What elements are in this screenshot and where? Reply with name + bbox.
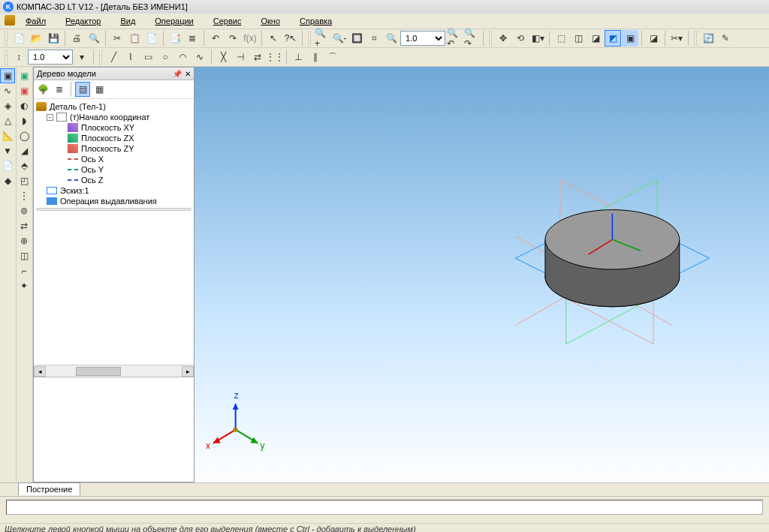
tree-sketch[interactable]: Эскиз:1 (36, 185, 191, 196)
tree-axis-z[interactable]: Ось Z (36, 175, 191, 185)
menu-service[interactable]: Сервис (204, 15, 251, 27)
zoom-fit-button[interactable]: 🔲 (348, 30, 365, 47)
scroll-left-icon[interactable]: ◂ (34, 366, 46, 377)
tree-root[interactable]: Деталь (Тел-1) (36, 101, 191, 112)
tree-plane-xy[interactable]: Плоскость XY (36, 122, 191, 133)
zoom-prev-button[interactable]: 🔍↶ (446, 30, 463, 47)
circle-tool[interactable]: ○ (157, 49, 173, 65)
pin-icon[interactable]: 📌 (173, 70, 182, 78)
grip[interactable] (693, 31, 698, 46)
tree-mode-2[interactable]: ≣ (52, 82, 67, 97)
copy-button[interactable]: 📋 (126, 30, 143, 47)
array-tool[interactable]: ⋮⋮ (267, 49, 283, 65)
new-button[interactable]: 📄 (11, 30, 27, 47)
save-button[interactable]: 💾 (45, 30, 62, 47)
sketch-button[interactable]: ✎ (717, 30, 734, 47)
cut-extrude-icon[interactable]: ▣ (17, 83, 32, 98)
parallel-tool[interactable]: ∥ (307, 49, 324, 65)
print-button[interactable]: 🖨 (68, 30, 85, 47)
orientation-button[interactable]: ◧▾ (529, 30, 546, 47)
tree-scroll[interactable]: ◂ ▸ (34, 365, 194, 377)
open-button[interactable]: 📂 (28, 30, 44, 47)
iso-shaded-button[interactable]: ◩ (605, 30, 621, 47)
mirror-tool[interactable]: ⇄ (249, 49, 266, 65)
cut-button[interactable]: ✂ (109, 30, 125, 47)
close-icon[interactable]: ✕ (185, 70, 191, 78)
help-pointer-button[interactable]: ?↖ (282, 30, 299, 47)
bool-icon[interactable]: ⊕ (17, 233, 32, 248)
fillet-icon[interactable]: ◗ (17, 113, 32, 128)
step-button[interactable]: ↕ (11, 49, 27, 65)
menu-help[interactable]: Справка (291, 15, 341, 27)
cut-line-tool[interactable]: ╳ (215, 49, 231, 65)
elem-icon[interactable]: ◆ (0, 173, 15, 188)
rebuild-button[interactable]: 🔄 (700, 30, 716, 47)
arc-tool[interactable]: ◠ (174, 49, 191, 65)
tangent-tool[interactable]: ⌒ (324, 49, 341, 65)
spline-tool[interactable]: ∿ (191, 49, 208, 65)
filter-icon[interactable]: ▼ (0, 143, 15, 158)
section-button[interactable]: ✂▾ (668, 30, 685, 47)
other-icon[interactable]: ✦ (17, 278, 32, 293)
props-button[interactable]: 📑 (167, 30, 183, 47)
tree-mode-1[interactable]: 🌳 (35, 82, 50, 97)
tree-origin[interactable]: - (т)Начало координат (36, 112, 191, 122)
menu-view[interactable]: Вид (111, 15, 144, 27)
draft-icon[interactable]: ⬘ (17, 158, 32, 173)
tree-plane-zx[interactable]: Плоскость ZX (36, 133, 191, 143)
zoom-out-button[interactable]: 🔍- (331, 30, 348, 47)
model-tree[interactable]: Деталь (Тел-1) - (т)Начало координат Пло… (34, 99, 194, 365)
scroll-thumb[interactable] (76, 367, 121, 376)
fx-button[interactable]: f(x) (242, 30, 258, 47)
menu-window[interactable]: Окно (252, 15, 289, 27)
tree-mode-4[interactable]: ▦ (92, 82, 107, 97)
shell-icon[interactable]: ◰ (17, 173, 32, 188)
menu-operations[interactable]: Операции (146, 15, 202, 27)
preview-button[interactable]: 🔍 (86, 30, 102, 47)
sheet-icon[interactable]: ◫ (17, 248, 32, 263)
iso-hidden-button[interactable]: ◫ (570, 30, 587, 47)
rib-icon[interactable]: ◢ (17, 143, 32, 158)
pointer-button[interactable]: ↖ (265, 30, 282, 47)
rotate-button[interactable]: ⟲ (512, 30, 529, 47)
menu-edit[interactable]: Редактор (56, 15, 110, 27)
tree-axis-x[interactable]: Ось X (36, 154, 191, 164)
perp-tool[interactable]: ⊥ (290, 49, 306, 65)
tree-axis-y[interactable]: Ось Y (36, 164, 191, 175)
paste-button[interactable]: 📄 (143, 30, 160, 47)
command-input[interactable] (6, 500, 763, 515)
scale-combo[interactable]: 1.0 (28, 50, 73, 65)
hole-icon[interactable]: ◯ (17, 128, 32, 143)
tree-mode-3[interactable]: ▤ (75, 82, 90, 97)
iso-wire-button[interactable]: ⬚ (553, 30, 569, 47)
spatial-curves-icon[interactable]: ∿ (0, 83, 15, 98)
measure-icon[interactable]: 📐 (0, 128, 15, 143)
zoom-window-button[interactable]: ⌗ (366, 30, 382, 47)
mirror-feat-icon[interactable]: ⇄ (17, 218, 32, 233)
redo-button[interactable]: ↷ (225, 30, 241, 47)
perspective-button[interactable]: ◪ (645, 30, 662, 47)
revolve-icon[interactable]: ◐ (17, 98, 32, 113)
viewport-3d[interactable]: z y x (195, 67, 769, 482)
extrude-icon[interactable]: ▣ (17, 68, 32, 83)
tree-plane-zy[interactable]: Плоскость ZY (36, 143, 191, 154)
aux-geom-icon[interactable]: △ (0, 113, 15, 128)
iso-shadededge-button[interactable]: ▣ (622, 30, 638, 47)
rollback-bar[interactable] (36, 208, 191, 211)
tree-extrusion[interactable]: Операция выдавливания (36, 196, 191, 206)
polyline-tool[interactable]: ⌇ (122, 49, 139, 65)
line-tool[interactable]: ╱ (105, 49, 122, 65)
layer-button[interactable]: ≣ (184, 30, 201, 47)
collapse-icon[interactable]: - (47, 114, 53, 121)
pattern-lin-icon[interactable]: ⋮ (17, 188, 32, 203)
tab-construction[interactable]: Построение (18, 482, 80, 495)
extend-tool[interactable]: ⊣ (232, 49, 249, 65)
zoom-combo[interactable]: 1.0 (400, 31, 445, 46)
bend-icon[interactable]: ⌐ (17, 263, 32, 278)
edit-part-icon[interactable]: ▣ (0, 68, 15, 83)
grip[interactable] (4, 31, 8, 46)
grip[interactable] (488, 31, 493, 46)
iso-nohidden-button[interactable]: ◪ (587, 30, 604, 47)
pan-button[interactable]: ✥ (495, 30, 511, 47)
grip[interactable] (98, 50, 103, 65)
